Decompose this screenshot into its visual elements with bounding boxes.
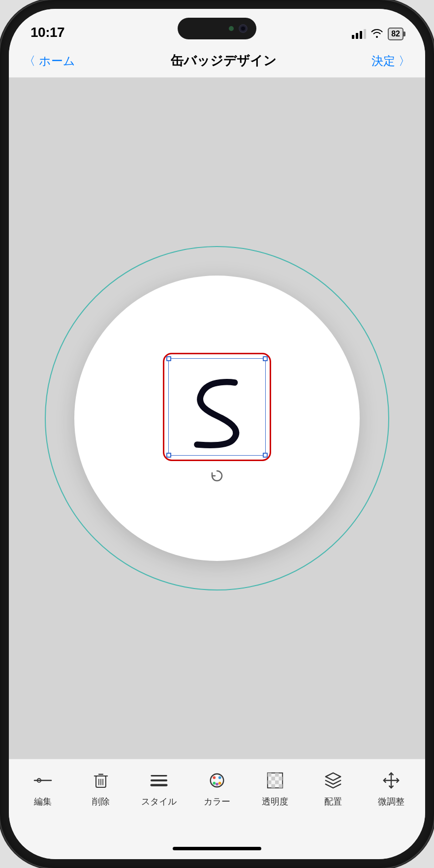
letter-s (173, 363, 261, 451)
opacity-label: 透明度 (262, 796, 288, 807)
fine-adjust-label: 微調整 (378, 796, 404, 807)
design-element-wrapper (163, 353, 271, 484)
svg-point-14 (213, 782, 216, 785)
svg-rect-18 (268, 773, 272, 777)
trash-icon (90, 769, 112, 792)
toolbar: 編集 削除 (9, 759, 425, 837)
battery-icon: 82 (388, 28, 403, 40)
toolbar-item-color[interactable]: カラー (195, 769, 239, 807)
phone-frame: 10:17 82 (0, 0, 434, 868)
nav-bar: 〈 ホーム 缶バッジデザイン 決定 〉 (9, 44, 425, 78)
style-label: スタイル (141, 796, 177, 807)
edit-icon (31, 769, 54, 792)
wifi-icon (371, 28, 383, 40)
svg-rect-24 (271, 784, 275, 788)
edit-label: 編集 (34, 796, 52, 807)
design-element[interactable] (163, 353, 271, 461)
palette-icon (206, 769, 228, 792)
svg-rect-21 (279, 776, 283, 780)
lines-icon (148, 769, 170, 792)
svg-point-15 (218, 782, 221, 785)
delete-label: 削除 (92, 796, 110, 807)
home-indicator (9, 837, 425, 859)
handle-top-left[interactable] (166, 356, 171, 361)
action-button[interactable]: 決定 〉 (372, 53, 410, 69)
island-indicator (229, 26, 234, 31)
svg-rect-19 (275, 773, 279, 777)
arrange-label: 配置 (324, 796, 342, 807)
svg-rect-23 (275, 780, 279, 784)
signal-icon (352, 29, 366, 39)
svg-rect-20 (271, 776, 275, 780)
svg-rect-22 (268, 780, 272, 784)
toolbar-item-fine-adjust[interactable]: 微調整 (369, 769, 413, 807)
screen: 10:17 82 (9, 9, 425, 859)
battery-level: 82 (391, 30, 400, 38)
toolbar-item-delete[interactable]: 削除 (79, 769, 123, 807)
svg-marker-26 (326, 773, 341, 780)
svg-point-13 (218, 776, 221, 779)
layers-icon (322, 769, 344, 792)
page-title: 缶バッジデザイン (171, 52, 277, 69)
home-bar (173, 847, 261, 850)
canvas-area[interactable] (9, 78, 425, 759)
handle-bottom-left[interactable] (166, 453, 171, 458)
color-label: カラー (204, 796, 230, 807)
toolbar-item-arrange[interactable]: 配置 (311, 769, 355, 807)
toolbar-item-edit[interactable]: 編集 (21, 769, 65, 807)
back-button[interactable]: 〈 ホーム (24, 53, 75, 69)
toolbar-item-style[interactable]: スタイル (137, 769, 181, 807)
handle-bottom-right[interactable] (263, 453, 268, 458)
badge-circle[interactable] (74, 276, 360, 561)
toolbar-item-opacity[interactable]: 透明度 (253, 769, 297, 807)
svg-rect-25 (279, 784, 283, 788)
handle-top-right[interactable] (263, 356, 268, 361)
svg-point-12 (213, 776, 216, 779)
svg-point-16 (216, 783, 218, 786)
island-camera (239, 24, 248, 33)
status-right: 82 (352, 28, 403, 40)
move-icon (380, 769, 403, 792)
dynamic-island (178, 18, 256, 39)
rotate-handle[interactable] (209, 468, 225, 484)
status-time: 10:17 (31, 25, 64, 40)
checkerboard-icon (264, 769, 286, 792)
